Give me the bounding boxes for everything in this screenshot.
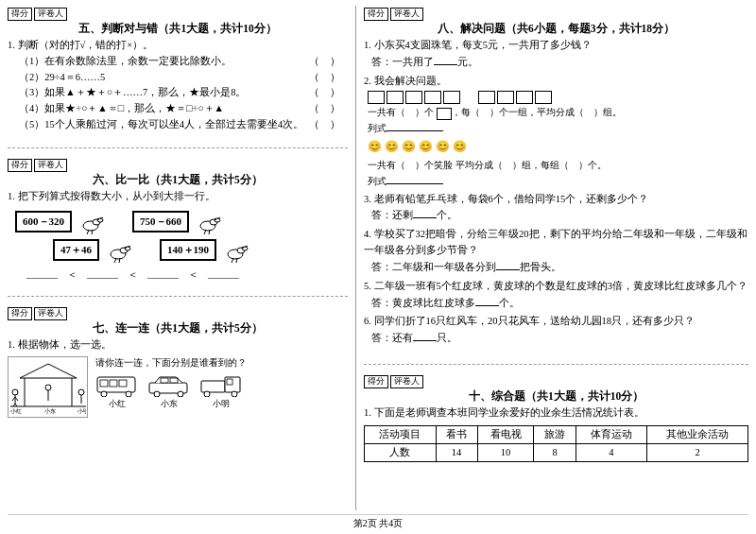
svg-point-56: [232, 391, 237, 397]
problem-8-4: 4. 学校买了32把暗骨，分给三年级20把，剩下的平均分给二年级和一年级，二年级…: [364, 227, 748, 275]
score-label-7: 得分: [8, 307, 32, 320]
s5-item5: （5）15个人乘船过河，每次可以坐4人，全部过去需要坐4次。 （ ）: [19, 117, 348, 133]
car-svg: [147, 373, 190, 397]
th-tv: 看电视: [477, 425, 534, 443]
section6-instruction: 1. 把下列算式按得数大小，从小到大排一行。: [8, 189, 348, 205]
bus-svg: [95, 373, 138, 397]
divider1: [8, 147, 348, 148]
top-boxes: [368, 91, 748, 104]
svg-point-36: [78, 389, 84, 395]
svg-point-5: [97, 218, 99, 220]
section10-score-area: 得分 评卷人: [364, 375, 748, 388]
boxes-diagram: 一共有（ ）个 ，每（ ）个一组，平均分成（ ）组。 列式: [368, 91, 748, 136]
answer-8-6: 答：还有只。: [371, 330, 748, 347]
svg-marker-25: [20, 364, 77, 378]
truck-svg: [199, 373, 242, 397]
vehicle-label-3: 小明: [213, 398, 230, 410]
td-tv-val: 10: [477, 443, 534, 461]
main-content: 得分 评卷人 五、判断对与错（共1大题，共计10分） 1. 判断（对的打√，错的…: [8, 6, 748, 510]
svg-point-45: [101, 391, 107, 397]
vehicle-3: 小明: [199, 373, 242, 410]
connect-right: 请你连一连，下面分别是谁看到的？: [95, 356, 348, 418]
fill-row-1: 一共有（ ）个 ，每（ ）个一组，平均分成（ ）组。: [368, 105, 748, 120]
th-activity: 活动项目: [365, 425, 437, 443]
problem-8-3: 3. 老师有铅笔乒乓球，每袋6个，借给同学15个，还剩多少个？ 答：还剩个。: [364, 192, 748, 225]
page-footer: 第2页 共4页: [8, 514, 748, 530]
reviewer-label-5: 评卷人: [34, 8, 67, 21]
s5-item2: （2）29÷4＝6……5 （ ）: [19, 70, 348, 86]
bird-icon-1: [77, 209, 104, 235]
td-travel-val: 8: [534, 443, 576, 461]
s5-item3: （3）如果▲＋★＋○＋……7，那么，★最小是8。 （ ）: [19, 85, 348, 101]
divider3: [364, 364, 748, 365]
vehicles-row: 小红: [95, 373, 348, 410]
svg-point-50: [154, 391, 160, 397]
svg-point-51: [178, 391, 183, 397]
s5-item1: （1）在有余数除法里，余数一定要比除数小。 （ ）: [19, 54, 348, 70]
section5-instruction: 1. 判断（对的打√，错的打×）。: [8, 38, 348, 54]
svg-point-34: [45, 385, 51, 390]
section-6: 得分 评卷人 六、比一比（共1大题，共计5分） 1. 把下列算式按得数大小，从小…: [8, 157, 348, 284]
reviewer-label-8: 评卷人: [390, 8, 423, 21]
reviewer-label-6: 评卷人: [34, 159, 67, 172]
section6-score-area: 得分 评卷人: [8, 159, 348, 172]
th-reading: 看书: [436, 425, 477, 443]
th-sports: 体育运动: [576, 425, 647, 443]
vehicle-1: 小红: [95, 373, 138, 410]
bird-icon-3: [105, 237, 131, 264]
score-label-10: 得分: [364, 375, 388, 388]
svg-text:小红: 小红: [10, 408, 22, 414]
math-box-2: 750－660: [132, 211, 189, 233]
td-sports-val: 4: [576, 443, 647, 461]
vertical-divider: [355, 6, 356, 510]
math-box-3: 47＋46: [53, 239, 99, 261]
section5-score-area: 得分 评卷人: [8, 8, 348, 21]
fill-lieshi-1: 列式: [368, 121, 748, 136]
math-box-4: 140＋190: [160, 239, 216, 261]
divider2: [8, 296, 348, 297]
fill-row-2: 一共有（ ）个笑脸 平均分成（ ）组，每组（ ）个。: [368, 158, 748, 173]
problem-8-5: 5. 二年级一班有5个红皮球，黄皮球的个数是红皮球的3倍，黄皮球比红皮球多几个？…: [364, 279, 748, 312]
section6-title: 六、比一比（共1大题，共计5分）: [8, 173, 348, 187]
boxes-row2: 47＋46: [53, 237, 249, 264]
th-travel: 旅游: [534, 425, 576, 443]
td-other-val: 2: [647, 443, 748, 461]
answer-8-1: 答：一共用了元。: [371, 54, 748, 71]
compare-result-line: ______ ＜ ______ ＜ ______ ＜ ______: [26, 267, 348, 282]
table-header-row: 活动项目 看书 看电视 旅游 体育运动 其他业余活动: [365, 425, 748, 443]
svg-point-28: [12, 389, 18, 395]
td-reading-val: 14: [436, 443, 477, 461]
svg-point-46: [126, 391, 131, 397]
svg-point-17: [125, 247, 127, 249]
section7-title: 七、连一连（共1大题，共计5分）: [8, 321, 348, 336]
answer-8-5: 答：黄皮球比红皮球多个。: [371, 295, 748, 312]
vehicle-2: 小东: [147, 373, 190, 410]
svg-text:小明: 小明: [77, 408, 86, 414]
problem-8-1: 1. 小东买4支圆珠笔，每支5元，一共用了多少钱？ 答：一共用了元。: [364, 38, 748, 71]
score-label-5: 得分: [8, 8, 32, 21]
answer-8-4: 答：二年级和一年级各分到把骨头。: [371, 259, 748, 276]
connect-area: 小红 小东 小明 请你连一连，下面分别是谁看到的？: [8, 356, 348, 418]
page: 得分 评卷人 五、判断对与错（共1大题，共计10分） 1. 判断（对的打√，错的…: [0, 0, 756, 534]
smile-row: 😊 😊 😊 😊 😊 😊: [368, 138, 748, 156]
section8-score-area: 得分 评卷人: [364, 8, 748, 21]
vehicle-label-2: 小东: [161, 398, 178, 410]
section-10: 得分 评卷人 十、综合题（共1大题，共计10分） 1. 下面是老师调查本班同学业…: [364, 373, 748, 464]
scene-image: 小红 小东 小明: [8, 356, 88, 418]
section5-items: （1）在有余数除法里，余数一定要比除数小。 （ ） （2）29÷4＝6……5 （…: [19, 54, 348, 133]
score-label-6: 得分: [8, 159, 32, 172]
section7-score-area: 得分 评卷人: [8, 307, 348, 320]
table-data-row: 人数 14 10 8 4 2: [365, 443, 748, 461]
left-column: 得分 评卷人 五、判断对与错（共1大题，共计10分） 1. 判断（对的打√，错的…: [8, 6, 348, 510]
svg-point-23: [242, 247, 244, 249]
th-other: 其他业余活动: [647, 425, 748, 443]
bird-icon-2: [195, 209, 221, 235]
right-column: 得分 评卷人 八、解决问题（共6小题，每题3分，共计18分） 1. 小东买4支圆…: [364, 6, 748, 510]
reviewer-label-7: 评卷人: [34, 307, 67, 320]
scene-svg: 小红 小东 小明: [10, 359, 86, 416]
section5-title: 五、判断对与错（共1大题，共计10分）: [8, 22, 348, 36]
score-label-8: 得分: [364, 8, 388, 21]
compare-area: 600－320: [15, 209, 348, 264]
svg-rect-52: [201, 381, 225, 392]
section-8: 得分 评卷人 八、解决问题（共6小题，每题3分，共计18分） 1. 小东买4支圆…: [364, 6, 748, 352]
